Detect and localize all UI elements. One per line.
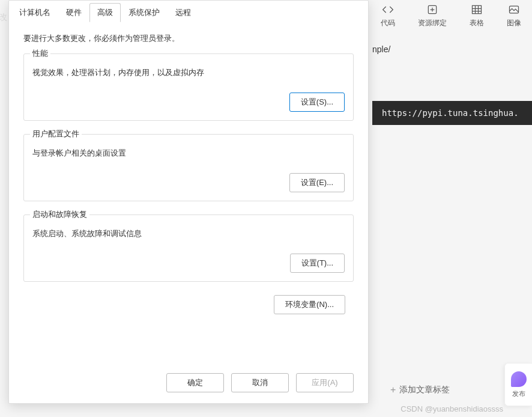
add-tag-label: 添加文章标签 <box>399 385 450 395</box>
refresh-fragment: 改 <box>0 12 7 23</box>
watermark: CSDN @yuanbenshidiaossss <box>401 404 503 413</box>
image-icon <box>508 4 520 16</box>
publish-fab[interactable]: 发布 <box>504 363 532 406</box>
resource-icon <box>426 4 438 16</box>
startup-desc: 系统启动、系统故障和调试信息 <box>32 228 345 239</box>
toolbar-resource[interactable]: 资源绑定 <box>418 4 447 28</box>
dialog-content: 要进行大多数更改，你必须作为管理员登录。 性能 视觉效果，处理器计划，内存使用，… <box>9 22 368 367</box>
ok-button[interactable]: 确定 <box>166 373 224 392</box>
fab-label: 发布 <box>512 389 525 398</box>
system-properties-dialog: 计算机名 硬件 高级 系统保护 远程 要进行大多数更改，你必须作为管理员登录。 … <box>8 0 369 404</box>
url-fragment: nple/ <box>372 44 390 54</box>
tab-remote[interactable]: 远程 <box>168 3 199 22</box>
user-profiles-settings-button[interactable]: 设置(E)... <box>289 173 345 192</box>
toolbar-code[interactable]: 代码 <box>381 4 395 28</box>
tab-hardware[interactable]: 硬件 <box>58 3 89 22</box>
user-profiles-desc: 与登录帐户相关的桌面设置 <box>32 148 345 159</box>
performance-group: 性能 视觉效果，处理器计划，内存使用，以及虚拟内存 设置(S)... <box>23 53 354 121</box>
svg-rect-1 <box>473 5 482 13</box>
performance-title: 性能 <box>30 48 50 59</box>
admin-note: 要进行大多数更改，你必须作为管理员登录。 <box>23 33 354 44</box>
rocket-icon <box>511 371 527 387</box>
startup-group: 启动和故障恢复 系统启动、系统故障和调试信息 设置(T)... <box>23 215 354 282</box>
user-profiles-title: 用户配置文件 <box>30 129 82 139</box>
code-block: https://pypi.tuna.tsinghua. <box>372 101 532 125</box>
tab-strip: 计算机名 硬件 高级 系统保护 远程 <box>9 1 368 22</box>
environment-variables-button[interactable]: 环境变量(N)... <box>274 295 345 314</box>
startup-title: 启动和故障恢复 <box>30 209 89 220</box>
performance-desc: 视觉效果，处理器计划，内存使用，以及虚拟内存 <box>32 67 345 78</box>
tab-system-protection[interactable]: 系统保护 <box>121 3 168 22</box>
user-profiles-group: 用户配置文件 与登录帐户相关的桌面设置 设置(E)... <box>23 134 354 201</box>
add-tag-row[interactable]: + 添加文章标签 <box>390 385 450 395</box>
dialog-footer: 确定 取消 应用(A) <box>9 367 368 403</box>
cancel-button[interactable]: 取消 <box>231 373 289 392</box>
tab-computer-name[interactable]: 计算机名 <box>11 3 58 22</box>
tab-advanced[interactable]: 高级 <box>89 3 121 22</box>
toolbar-image[interactable]: 图像 <box>507 4 521 28</box>
table-icon <box>471 4 483 16</box>
startup-settings-button[interactable]: 设置(T)... <box>290 254 345 273</box>
toolbar-table[interactable]: 表格 <box>470 4 484 28</box>
code-icon <box>382 4 394 16</box>
performance-settings-button[interactable]: 设置(S)... <box>289 93 345 112</box>
apply-button[interactable]: 应用(A) <box>296 373 354 392</box>
plus-icon: + <box>390 385 396 395</box>
editor-toolbar: 代码 资源绑定 表格 图像 <box>381 4 532 28</box>
